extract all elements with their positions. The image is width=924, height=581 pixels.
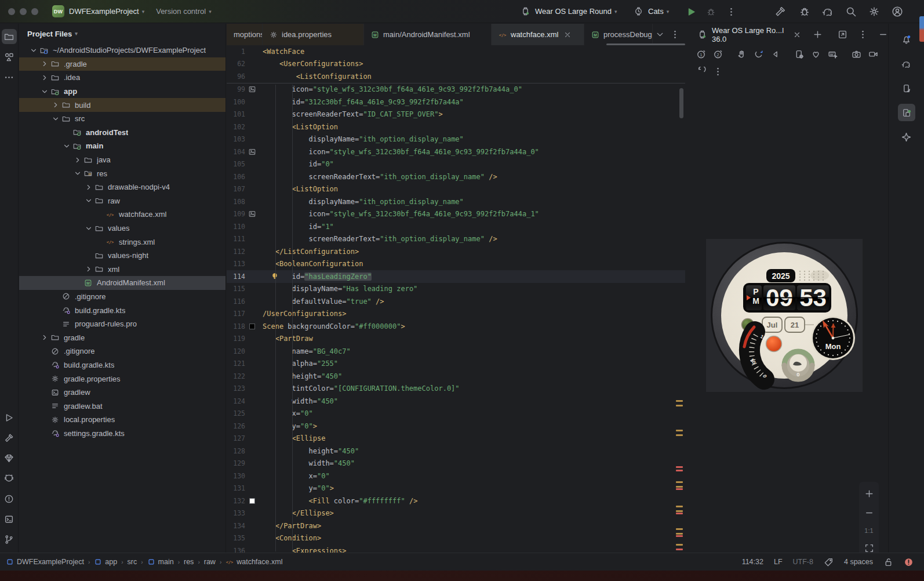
fit-screen-icon[interactable] [864,543,874,553]
color-swatch[interactable] [249,498,255,504]
code-editor[interactable]: 1<WatchFace62 <UserConfigurations>96 <Li… [227,45,685,553]
tab-idea.properties[interactable]: idea.properties [263,24,364,45]
tree-item-androidstudioprojectsdwfexampleproject[interactable]: ~/AndroidStudioProjects/DWFExampleProjec… [19,43,225,57]
account-avatar-icon[interactable] [892,6,903,17]
debug-button[interactable] [706,7,716,17]
breadcrumb-watchface.xml[interactable]: </>watchface.xml [225,558,282,566]
code-line-132[interactable]: 132 <Fill color="#ffffffff" /> [227,495,685,507]
tree-item-raw[interactable]: raw [19,194,225,208]
code-line-128[interactable]: 128 height="450" [227,445,685,457]
close-tab-icon[interactable] [563,31,572,39]
error-stripe-mark[interactable] [676,513,683,514]
tree-item-watchface.xml[interactable]: </>watchface.xml [19,208,225,221]
problems-button[interactable] [2,491,17,506]
code-line-123[interactable]: 123 tintColor="[CONFIGURATION.themeColor… [227,383,685,395]
close-window-button[interactable] [8,8,15,15]
breadcrumb-app[interactable]: app [94,558,117,566]
rotate-icon[interactable] [754,49,763,59]
code-line-103[interactable]: 103 displayName="ith_option_display_name… [227,133,685,146]
tree-item-java[interactable]: java [19,153,225,167]
tree-item-local.properties[interactable]: local.properties [19,413,225,427]
breadcrumb-res[interactable]: res [184,558,194,566]
tree-item-gradlew[interactable]: gradlew [19,386,225,400]
error-stripe-mark[interactable] [676,466,683,468]
tree-item-androidmanifest.xml[interactable]: MAndroidManifest.xml [19,276,225,290]
tree-item-strings.xml[interactable]: </>strings.xml [19,235,225,249]
hide-panel-icon[interactable] [878,30,888,39]
tree-item-.gitignore[interactable]: .gitignore [19,344,225,358]
code-line-100[interactable]: 100 id="312c30bf_f64a_461e_9c93_992f2fb7… [227,96,685,108]
device-screen[interactable]: 2025 P M 09 53 Jul 21 [706,239,863,392]
code-line-135[interactable]: 135 <Condition> [227,532,685,545]
breadcrumb-main[interactable]: main [147,558,174,566]
tree-item-build.gradle.kts[interactable]: build.gradle.kts [19,303,225,317]
error-stripe-mark[interactable] [676,434,683,436]
unlock-icon[interactable] [883,557,893,567]
remote-input-icon[interactable] [828,49,838,59]
search-icon[interactable] [845,6,857,17]
error-stripe-mark[interactable] [676,430,683,431]
error-analysis-icon[interactable] [904,557,914,567]
app-insights-button[interactable] [2,451,17,466]
error-stripe-mark[interactable] [676,549,683,550]
tree-item-main[interactable]: main [19,139,225,153]
panel-options-kebab-icon[interactable] [858,30,868,39]
code-line-62[interactable]: 62 <UserConfigurations> [227,58,685,71]
code-line-131[interactable]: 131 y="0"> [227,482,685,495]
zoom-window-button[interactable] [31,8,38,15]
code-line-102[interactable]: 102 <ListOption [227,121,685,133]
code-line-122[interactable]: 122 height="450" [227,370,685,383]
add-tab-icon[interactable] [813,30,823,39]
gradle-tool-button[interactable] [898,55,915,72]
camera-icon[interactable] [852,49,861,59]
gradle-sync-icon[interactable] [822,6,834,17]
close-icon[interactable] [793,31,801,39]
build-hammer-icon[interactable] [774,6,786,17]
more-run-actions-icon[interactable] [726,7,736,17]
code-line-120[interactable]: 120 name="BG_40c7" [227,345,685,358]
zoom-out-icon[interactable] [864,508,874,518]
breadcrumb-dwfexampleproject[interactable]: DWFExampleProject [6,558,84,566]
tree-item-androidtest[interactable]: androidTest [19,126,225,140]
line-ending[interactable]: LF [774,558,783,566]
code-line-104[interactable]: 104 icon="style_wfs_312c30bf_f64a_461e_9… [227,146,685,158]
tree-item-settings.gradle.kts[interactable]: settings.gradle.kts [19,427,225,441]
breadcrumb-raw[interactable]: raw [204,558,216,566]
error-stripe-mark[interactable] [676,528,683,530]
code-line-126[interactable]: 126 y="0"> [227,420,685,433]
run-config-selector[interactable]: Cats [648,7,664,16]
code-line-119[interactable]: 119 <PartDraw [227,333,685,346]
tree-item-.idea[interactable]: .idea [19,71,225,85]
code-line-96[interactable]: 96 <ListConfiguration [227,70,685,83]
two-badge-icon[interactable]: 2 [713,49,723,59]
code-line-124[interactable]: 124 width="450" [227,395,685,408]
tree-item-build.gradle.kts[interactable]: build.gradle.kts [19,358,225,372]
kebab-icon[interactable] [713,67,723,77]
back-tri-icon[interactable] [770,49,780,59]
intention-bulb-icon[interactable] [271,272,279,280]
device-tab[interactable]: Wear OS Large Ro...l 36.0 [686,24,888,45]
version-control-button[interactable] [2,532,17,547]
error-stripe-mark[interactable] [676,535,683,537]
zoom-reset-button[interactable]: 1:1 [864,527,873,534]
more-tool-windows-button[interactable] [2,70,17,85]
code-line-110[interactable]: 110 id="1" [227,220,685,233]
error-stripe-mark[interactable] [676,405,683,406]
code-line-121[interactable]: 121 alpha="255" [227,358,685,371]
code-line-105[interactable]: 105 id="0" [227,158,685,171]
project-name-menu[interactable]: DWFExampleProject [69,7,139,16]
error-stripe-mark[interactable] [676,488,683,490]
profiler-bug-icon[interactable] [799,6,810,17]
tab-list-chevron-icon[interactable] [655,30,665,39]
code-line-111[interactable]: 111 screenReaderText="ith_option_display… [227,233,685,246]
code-line-115[interactable]: 115 displayName="Has leading zero" [227,283,685,296]
code-line-113[interactable]: 113 <BooleanConfiguration [227,258,685,271]
tab-main-androidmanifest.xml[interactable]: Mmain/AndroidManifest.xml [364,24,492,45]
device-manager-button[interactable] [898,79,915,97]
tree-item-gradlew.bat[interactable]: gradlew.bat [19,399,225,413]
one-badge-icon[interactable]: 1 [696,49,706,59]
tree-item-proguard-rules.pro[interactable]: proguard-rules.pro [19,317,225,331]
hand-icon[interactable] [737,49,747,59]
tree-item-.gradle[interactable]: .gradle [19,57,225,71]
error-stripe-mark[interactable] [676,510,683,512]
